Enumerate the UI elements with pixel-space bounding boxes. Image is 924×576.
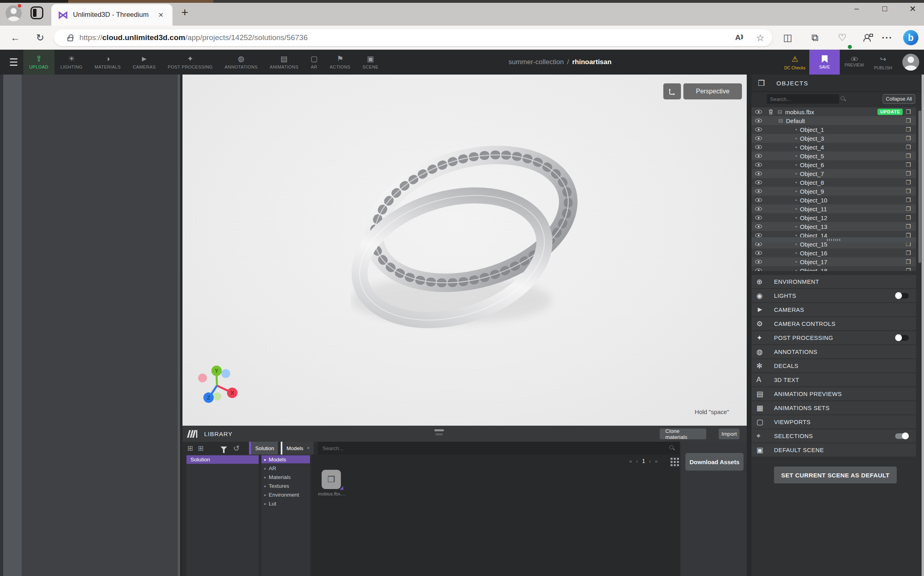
visibility-eye-icon[interactable] bbox=[755, 154, 762, 158]
publish-button[interactable]: ↪ PUBLISH bbox=[869, 50, 898, 75]
visibility-eye-icon[interactable] bbox=[755, 189, 762, 193]
library-category-item[interactable]: AR bbox=[261, 464, 310, 472]
toolbar-item[interactable]: ► CAMERAS bbox=[127, 50, 162, 75]
library-tab-models[interactable]: Models × bbox=[281, 442, 314, 455]
tree-row-object[interactable]: • Object_18 ❒ bbox=[752, 266, 916, 271]
panel-section[interactable]: A 3D TEXT bbox=[752, 373, 916, 386]
visibility-eye-icon[interactable] bbox=[755, 269, 762, 271]
library-category-item[interactable]: Materials bbox=[261, 473, 310, 481]
tree-row-object[interactable]: • Object_3 ❒ bbox=[752, 134, 916, 143]
panel-section[interactable]: ⊕ ENVIRONMENT bbox=[752, 275, 916, 288]
panel-section[interactable]: ✦ POST PROCESSING bbox=[752, 331, 916, 344]
asset-thumbnail[interactable]: ❒ bbox=[322, 470, 341, 489]
panel-scrollbar-thumb[interactable] bbox=[918, 111, 921, 263]
minimize-button[interactable]: – bbox=[851, 4, 862, 14]
read-aloud-icon[interactable]: A)) bbox=[735, 33, 742, 42]
panel-section[interactable]: ▤ ANIMATION PREVIEWS bbox=[752, 387, 916, 400]
delete-trash-icon[interactable] bbox=[768, 109, 773, 115]
tree-row-object[interactable]: • Object_8 ❒ bbox=[752, 178, 916, 187]
collapse-node-icon[interactable]: ⊟ bbox=[778, 109, 782, 115]
breadcrumb-project[interactable]: summer-collection bbox=[509, 58, 564, 66]
download-assets-button[interactable]: Download Assets bbox=[685, 453, 744, 471]
browser-essentials-icon[interactable]: ♡ bbox=[834, 26, 850, 50]
library-folder-item[interactable]: Solution bbox=[186, 455, 259, 464]
toolbar-item[interactable]: ☀ LIGHTING bbox=[55, 50, 89, 75]
page-first[interactable]: « bbox=[629, 458, 632, 464]
library-category-item[interactable]: Lut bbox=[261, 499, 310, 507]
page-last[interactable]: » bbox=[655, 458, 658, 464]
panel-section[interactable]: ◍ ANNOTATIONS bbox=[752, 345, 916, 358]
toolbar-item[interactable]: ⚑ ACTIONS bbox=[324, 50, 357, 75]
cube-icon[interactable]: ❒ bbox=[906, 206, 911, 212]
panel-section[interactable]: ► CAMERAS bbox=[752, 303, 916, 316]
section-toggle[interactable] bbox=[895, 293, 909, 299]
visibility-eye-icon[interactable] bbox=[755, 136, 762, 140]
library-search[interactable] bbox=[318, 442, 680, 455]
tree-row-object[interactable]: • Object_17 ❒ bbox=[752, 257, 916, 266]
library-search-input[interactable] bbox=[322, 445, 669, 451]
tree-row-object[interactable]: • Object_13 ❒ bbox=[752, 222, 916, 231]
camera-mode-button[interactable]: Perspective bbox=[683, 83, 742, 99]
gizmo-axis-z[interactable]: Z bbox=[203, 392, 214, 403]
tab-close-icon[interactable]: × bbox=[307, 445, 310, 451]
cube-icon[interactable]: ❒ bbox=[906, 170, 911, 177]
tree-row-object[interactable]: • Object_6 ❒ bbox=[752, 160, 916, 169]
user-avatar[interactable] bbox=[898, 50, 924, 75]
cube-icon[interactable]: ❒ bbox=[906, 223, 911, 230]
clone-materials-button[interactable]: Clone materials bbox=[660, 428, 706, 439]
favorite-star-icon[interactable]: ☆ bbox=[756, 32, 764, 43]
tree-row-object[interactable]: • Object_4 ❒ bbox=[752, 143, 916, 152]
panel-section[interactable]: ▦ ANIMATIONS SETS bbox=[752, 401, 916, 414]
cube-icon[interactable]: ❒ bbox=[906, 250, 911, 256]
cube-icon[interactable]: ❒ bbox=[906, 188, 911, 194]
library-tab-solution[interactable]: Solution bbox=[249, 442, 278, 455]
split-screen-icon[interactable]: ◫ bbox=[780, 26, 796, 50]
tree-row-object[interactable]: • Object_7 ❒ bbox=[752, 169, 916, 178]
library-category-item[interactable]: Models bbox=[261, 455, 310, 463]
tab-close-icon[interactable]: ✕ bbox=[156, 10, 166, 20]
panel-section[interactable]: ⚙ CAMERA CONTROLS bbox=[752, 317, 916, 330]
cube-icon[interactable]: ❒ bbox=[906, 117, 911, 124]
cube-icon[interactable]: ❒ bbox=[906, 267, 911, 271]
visibility-eye-icon[interactable] bbox=[755, 163, 762, 167]
objects-search[interactable] bbox=[767, 94, 839, 104]
visibility-eye-icon[interactable] bbox=[755, 172, 762, 176]
filter-icon[interactable] bbox=[221, 447, 227, 450]
visibility-eye-icon[interactable] bbox=[755, 119, 762, 123]
tree-row-group[interactable]: ⊟ Default ❒ bbox=[752, 116, 916, 125]
collections-icon[interactable]: ⧉ bbox=[807, 26, 823, 50]
toolbar-item[interactable]: ⇪ UPLOAD bbox=[23, 50, 55, 75]
visibility-eye-icon[interactable] bbox=[755, 251, 762, 255]
panel-section[interactable]: ✻ DECALS bbox=[752, 359, 916, 372]
new-tab-button[interactable]: + bbox=[181, 6, 188, 19]
library-resize-handle[interactable] bbox=[434, 429, 444, 435]
add-asset-icon[interactable]: ⊞ bbox=[198, 444, 203, 453]
toolbar-item[interactable]: ▢ AR bbox=[304, 50, 324, 75]
close-button[interactable]: ✕ bbox=[907, 4, 918, 14]
visibility-eye-icon[interactable] bbox=[755, 242, 762, 246]
cube-icon[interactable]: ❒ bbox=[906, 197, 911, 203]
panel-section[interactable]: ▢ VIEWPORTS bbox=[752, 415, 916, 428]
address-bar[interactable]: https://cloud.unlimited3d.com/app/projec… bbox=[54, 29, 772, 46]
visibility-eye-icon[interactable] bbox=[755, 224, 762, 228]
cube-icon[interactable]: ❒ bbox=[906, 126, 911, 133]
collapse-all-button[interactable]: Collapse All bbox=[883, 94, 915, 104]
visibility-eye-icon[interactable] bbox=[755, 198, 762, 202]
tree-row-object[interactable]: • Object_1 ❒ bbox=[752, 125, 916, 134]
import-button[interactable]: Import bbox=[719, 428, 740, 439]
gizmo-neg-y[interactable] bbox=[213, 392, 221, 400]
cube-icon[interactable]: ❒ bbox=[906, 109, 911, 115]
more-options-icon[interactable]: ··· bbox=[877, 26, 897, 50]
visibility-eye-icon[interactable] bbox=[755, 127, 762, 131]
tree-row-object[interactable]: • Object_11 ❒ bbox=[752, 204, 916, 213]
grid-view-icon[interactable] bbox=[671, 458, 673, 460]
browser-tab[interactable]: ⋈ Unlimited3D - Threedium ✕ bbox=[51, 4, 172, 26]
tree-row-object[interactable]: • Object_10 ❒ bbox=[752, 196, 916, 204]
visibility-eye-icon[interactable] bbox=[755, 110, 762, 114]
set-default-scene-button[interactable]: SET CURRENT SCENE AS DEFAULT bbox=[774, 467, 897, 483]
back-button[interactable]: ← bbox=[6, 26, 24, 50]
panel-section[interactable]: ▣ DEFAULT SCENE bbox=[752, 443, 916, 457]
gizmo-axis-x[interactable]: X bbox=[227, 388, 237, 398]
cube-icon[interactable]: ❒ bbox=[906, 214, 911, 221]
tree-row-object[interactable]: • Object_16 ❒ bbox=[752, 249, 916, 257]
